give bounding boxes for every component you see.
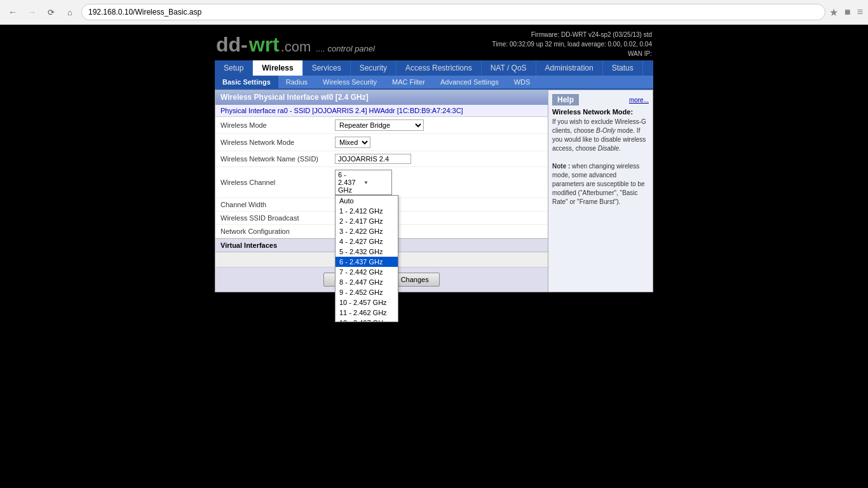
wireless-mode-label: Wireless Mode — [215, 117, 330, 134]
wireless-mode-row: Wireless Mode Repeater Bridge — [215, 117, 548, 134]
tab-services[interactable]: Services — [303, 60, 351, 76]
channel-option-2[interactable]: 2 - 2.417 GHz — [336, 216, 398, 226]
channel-option-10[interactable]: 10 - 2.457 GHz — [336, 297, 398, 308]
wireless-channel-dropdown[interactable]: 6 - 2.437 GHz ▼ Auto1 - 2.412 GHz2 - 2.4… — [335, 170, 392, 195]
wireless-ssid-label: Wireless Network Name (SSID) — [215, 151, 330, 167]
subtab-radius[interactable]: Radius — [278, 76, 315, 88]
channel-option-5[interactable]: 5 - 2.432 GHz — [336, 247, 398, 257]
tab-security[interactable]: Security — [351, 60, 397, 76]
wireless-network-mode-row: Wireless Network Mode Mixed — [215, 134, 548, 151]
physical-interface-bar: Physical Interface ra0 - SSID [JOJOARRIS… — [215, 105, 548, 117]
subtab-basic-settings[interactable]: Basic Settings — [215, 76, 278, 88]
tab-access-restrictions[interactable]: Access Restrictions — [397, 60, 482, 76]
channel-option-11[interactable]: 11 - 2.462 GHz — [336, 308, 398, 318]
tab-wireless[interactable]: Wireless — [253, 60, 302, 76]
wireless-channel-list[interactable]: Auto1 - 2.412 GHz2 - 2.417 GHz3 - 2.422 … — [335, 195, 398, 322]
help-title: Help — [552, 94, 579, 105]
back-button[interactable]: ← — [5, 4, 20, 20]
wireless-ssid-row: Wireless Network Name (SSID) — [215, 151, 548, 167]
channel-option-9[interactable]: 9 - 2.452 GHz — [336, 287, 398, 297]
channel-option-auto[interactable]: Auto — [336, 196, 398, 206]
wireless-channel-row: Wireless Channel 6 - 2.437 GHz ▼ Auto1 -… — [215, 167, 548, 198]
reload-button[interactable]: ⟳ — [43, 4, 58, 20]
bookmark-icon[interactable]: ★ — [829, 6, 838, 18]
channel-option-6[interactable]: 6 - 2.437 GHz — [336, 257, 398, 267]
help-text: If you wish to exclude Wireless-G client… — [552, 118, 649, 207]
channel-option-1[interactable]: 1 - 2.412 GHz — [336, 206, 398, 216]
channel-option-12[interactable]: 12 - 2.467 GHz — [336, 318, 398, 322]
channel-option-4[interactable]: 4 - 2.427 GHz — [336, 236, 398, 247]
channel-option-8[interactable]: 8 - 2.447 GHz — [336, 277, 398, 287]
firmware-info: Firmware: DD-WRT v24-sp2 (03/25/13) std … — [492, 30, 652, 58]
address-bar[interactable] — [81, 4, 825, 20]
settings-form: Wireless Mode Repeater Bridge Wireless N… — [215, 117, 548, 238]
subtab-wireless-security[interactable]: Wireless Security — [315, 76, 384, 88]
home-button[interactable]: ⌂ — [62, 4, 78, 20]
main-nav: Setup Wireless Services Security Access … — [215, 60, 653, 76]
wireless-ssid-broadcast-label: Wireless SSID Broadcast — [215, 212, 330, 225]
wireless-network-mode-select[interactable]: Mixed — [335, 137, 370, 148]
tab-setup[interactable]: Setup — [215, 60, 253, 76]
tab-nat-qos[interactable]: NAT / QoS — [482, 60, 536, 76]
network-config-label: Network Configuration — [215, 225, 330, 238]
forward-button[interactable]: → — [24, 4, 39, 20]
tab-administration[interactable]: Administration — [536, 60, 603, 76]
wireless-channel-selected[interactable]: 6 - 2.437 GHz ▼ — [335, 170, 392, 195]
extension-icon: ■ — [844, 6, 851, 18]
channel-option-3[interactable]: 3 - 2.422 GHz — [336, 226, 398, 236]
dd-wrt-logo: dd- wrt .com .... control panel — [216, 34, 375, 58]
subtab-mac-filter[interactable]: MAC Filter — [384, 76, 433, 88]
wireless-channel-label: Wireless Channel — [215, 167, 330, 198]
channel-width-label: Channel Width — [215, 198, 330, 212]
tab-status[interactable]: Status — [603, 60, 643, 76]
channel-option-7[interactable]: 7 - 2.442 GHz — [336, 267, 398, 277]
wireless-mode-select[interactable]: Repeater Bridge — [335, 119, 424, 131]
section-header: Wireless Physical Interface wl0 [2.4 GHz… — [215, 90, 548, 105]
wireless-ssid-input[interactable] — [335, 154, 411, 164]
help-subtitle: Wireless Network Mode: — [552, 108, 649, 116]
sub-nav: Basic Settings Radius Wireless Security … — [215, 76, 653, 90]
subtab-advanced-settings[interactable]: Advanced Settings — [433, 76, 506, 88]
wireless-network-mode-label: Wireless Network Mode — [215, 134, 330, 151]
subtab-wds[interactable]: WDS — [506, 76, 538, 88]
help-more-link[interactable]: more... — [629, 97, 649, 104]
menu-icon[interactable]: ≡ — [857, 6, 863, 18]
